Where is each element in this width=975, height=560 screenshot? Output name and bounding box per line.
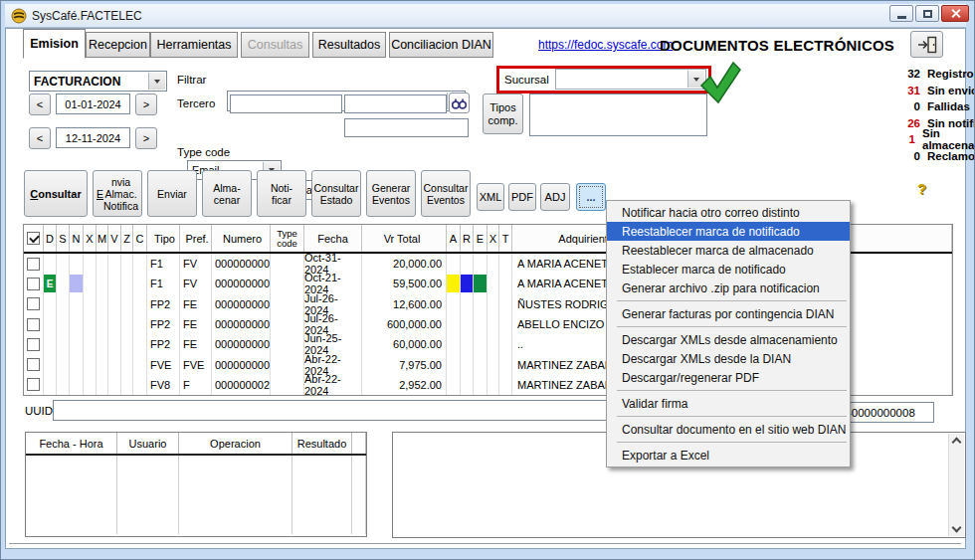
exit-door-icon bbox=[917, 36, 937, 54]
stat-value: 26 bbox=[894, 117, 920, 129]
row-checkbox[interactable] bbox=[27, 358, 40, 371]
sucursal-label: Sucursal bbox=[504, 74, 549, 86]
generar-eventos-button[interactable]: Generar Eventos bbox=[366, 170, 416, 217]
tercero-code-input[interactable] bbox=[230, 94, 342, 113]
history-col-fecha-hora: Fecha - Hora bbox=[26, 433, 117, 454]
menu-item-reestablecer-marca-de-notificado[interactable]: Reestablecer marca de notificado bbox=[607, 222, 850, 241]
menu-item-descargar-xmls-desde-almacenamiento[interactable]: Descargar XMLs desde almacenamiento bbox=[607, 330, 850, 349]
stat-label: Sin envio bbox=[927, 85, 975, 96]
tab-recepcion[interactable]: Recepcion bbox=[86, 32, 150, 58]
row-checkbox[interactable] bbox=[27, 318, 40, 331]
scroll-down-icon[interactable] bbox=[952, 523, 962, 533]
minimize-button[interactable] bbox=[889, 5, 913, 22]
row-checkbox[interactable] bbox=[27, 378, 40, 391]
flag-N-mark bbox=[70, 275, 83, 292]
close-button[interactable] bbox=[941, 5, 969, 22]
menu-item-exportar-a-excel[interactable]: Exportar a Excel bbox=[607, 446, 850, 465]
sucursal-select[interactable] bbox=[555, 69, 706, 90]
maximize-button[interactable] bbox=[915, 5, 939, 22]
col-header-T: T bbox=[499, 225, 512, 252]
flag-D-mark: E bbox=[44, 275, 56, 292]
tab-emision[interactable]: Emision bbox=[23, 29, 86, 59]
tercero-label: Tercero bbox=[177, 97, 215, 109]
stat-sin-envio: 31Sin envio bbox=[894, 83, 975, 99]
stat-label: Sin almacena bbox=[922, 127, 975, 151]
stat-sin-almacena: 1Sin almacena bbox=[894, 131, 975, 148]
history-col-operacion: Operacion bbox=[179, 433, 292, 454]
col-header-D: D bbox=[44, 225, 57, 252]
col-header-M: M bbox=[97, 225, 108, 252]
menu-item-reestablecer-marca-de-almacenado[interactable]: Reestablecer marca de almacenado bbox=[607, 241, 850, 260]
date-to-next-button[interactable]: > bbox=[135, 127, 157, 149]
consultar-button[interactable]: Consultar bbox=[24, 170, 88, 217]
stat-label: Reclamos bbox=[927, 150, 975, 162]
tab-conciliacion-dian[interactable]: Conciliacion DIAN bbox=[389, 32, 493, 58]
col-header-typecode: Type code bbox=[271, 225, 304, 252]
date-from-field[interactable]: 01-01-2024 bbox=[56, 93, 130, 114]
menu-item-generar-facturas-por-contingencia-dian[interactable]: Generar facturas por contingencia DIAN bbox=[607, 304, 850, 323]
tercero-search-button[interactable] bbox=[449, 93, 470, 113]
row-checkbox[interactable] bbox=[27, 297, 40, 310]
xml-button[interactable]: XML bbox=[477, 183, 504, 211]
green-checkmark-icon bbox=[697, 59, 741, 106]
col-header-S: S bbox=[57, 225, 70, 252]
fedoc-link[interactable]: https://fedoc.syscafe.com bbox=[538, 38, 673, 52]
doc-ref-field[interactable]: -0000000008 bbox=[843, 402, 934, 423]
enviar-button[interactable]: Enviar bbox=[147, 170, 197, 217]
exit-button[interactable] bbox=[910, 31, 943, 58]
detail-scrollbar[interactable] bbox=[948, 434, 964, 536]
more-options-button[interactable]: ... bbox=[576, 183, 606, 211]
history-body-col bbox=[26, 456, 117, 534]
consultar-eventos-button[interactable]: Consultar Eventos bbox=[421, 170, 471, 217]
envia-almac-notifica-button[interactable]: Envia Almac. Notifica bbox=[93, 170, 142, 217]
close-icon bbox=[950, 8, 961, 19]
tab-herramientas[interactable]: Herramientas bbox=[150, 32, 238, 58]
menu-item-generar-archivo-zip-para-notificacion[interactable]: Generar archivo .zip para notificacion bbox=[607, 279, 850, 297]
page-title: DOCUMENTOS ELECTRÓNICOS bbox=[660, 37, 894, 54]
tipos-comp-listbox[interactable] bbox=[529, 93, 707, 136]
stat-label: Registros bbox=[927, 68, 975, 80]
tab-consultas[interactable]: Consultas bbox=[241, 32, 309, 58]
select-all-checkbox[interactable] bbox=[27, 232, 40, 245]
col-header-N: N bbox=[70, 225, 84, 252]
date-from-prev-button[interactable]: < bbox=[29, 93, 51, 115]
history-col-usuario: Usuario bbox=[117, 433, 179, 454]
pdf-button[interactable]: PDF bbox=[508, 183, 536, 211]
history-body-col bbox=[352, 456, 366, 534]
doc-type-value: FACTURACION bbox=[34, 75, 120, 89]
menu-item-validar-firma[interactable]: Validar firma bbox=[607, 394, 850, 413]
adj-button[interactable]: ADJ bbox=[540, 183, 570, 211]
col-header-numero: Numero bbox=[212, 225, 271, 252]
tab-resultados[interactable]: Resultados bbox=[312, 32, 386, 58]
col-header-pref: Pref. bbox=[180, 225, 212, 252]
menu-item-notificar-hacia-otro-correo-distinto[interactable]: Notificar hacia otro correo distinto bbox=[607, 203, 850, 222]
col-header-A: A bbox=[447, 225, 461, 252]
binoculars-search-icon bbox=[452, 97, 467, 109]
menu-item-descargar-regenerar-pdf[interactable]: Descargar/regenerar PDF bbox=[607, 368, 850, 387]
flag-R-mark bbox=[461, 275, 473, 292]
row-checkbox[interactable] bbox=[27, 338, 40, 351]
noti-ficar-button[interactable]: Noti- ficar bbox=[257, 170, 306, 217]
help-icon[interactable]: ? bbox=[917, 180, 926, 197]
email-value-input[interactable] bbox=[344, 118, 469, 137]
bottom-divider bbox=[9, 543, 961, 546]
row-checkbox[interactable] bbox=[27, 278, 40, 290]
menu-item-consultar-documento-en-el-sitio-web-dian[interactable]: Consultar documento en el sitio web DIAN bbox=[607, 420, 850, 439]
date-to-prev-button[interactable]: < bbox=[29, 127, 51, 149]
date-from-next-button[interactable]: > bbox=[135, 93, 157, 115]
row-checkbox[interactable] bbox=[27, 258, 40, 271]
consultar-estado-button[interactable]: Consultar Estado bbox=[311, 170, 361, 217]
tipos-comp-button[interactable]: Tipos comp. bbox=[483, 93, 523, 134]
stat-value: 0 bbox=[894, 100, 920, 112]
menu-item-descargar-xmls-desde-la-dian[interactable]: Descargar XMLs desde la DIAN bbox=[607, 349, 850, 368]
date-to-field[interactable]: 12-11-2024 bbox=[56, 127, 130, 148]
context-menu: Notificar hacia otro correo distintoRees… bbox=[606, 200, 851, 467]
tercero-name-input[interactable] bbox=[344, 94, 447, 113]
menu-item-establecer-marca-de-notificado[interactable]: Establecer marca de notificado bbox=[607, 260, 850, 279]
col-header-C: C bbox=[133, 225, 147, 252]
history-body-col bbox=[292, 456, 352, 534]
maximize-icon bbox=[923, 10, 932, 18]
doc-type-select[interactable]: FACTURACION bbox=[29, 71, 167, 92]
alma-cenar-button[interactable]: Alma- cenar bbox=[202, 170, 252, 217]
scroll-up-icon[interactable] bbox=[952, 438, 962, 448]
